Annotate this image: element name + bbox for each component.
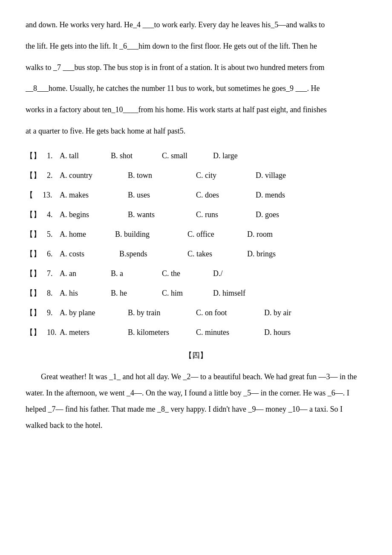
option-2b: B. town (128, 168, 196, 183)
options-5: A. home B. building C. office D. room (60, 227, 366, 242)
question-1: 【】 1. A. tall B. shot C. small D. large (26, 148, 366, 163)
option-1c: C. small (162, 148, 213, 163)
bracket-8: 【】 (26, 285, 47, 301)
number-1: 1. (47, 148, 60, 163)
option-2d: D. village (256, 168, 307, 183)
option-4a: A. begins (60, 207, 128, 222)
passage2-text: Great weather! It was _1_ and hot all da… (26, 369, 366, 433)
number-6: 6. (47, 246, 60, 262)
bracket-10: 【】 (26, 325, 47, 340)
option-7d: D./ (213, 266, 264, 281)
question-6: 【】 6. A. costs B.spends C. takes D. brin… (26, 246, 366, 262)
passage1-line3: walks to _7 ___bus stop. The bus stop is… (26, 60, 366, 76)
number-5: 5. (47, 227, 60, 242)
option-8a: A. his (60, 285, 111, 301)
section2-title: 【四】 (26, 349, 366, 362)
questions-section1: 【】 1. A. tall B. shot C. small D. large … (26, 148, 366, 340)
option-5a: A. home (60, 227, 115, 242)
option-7b: B. a (111, 266, 162, 281)
number-4: 4. (47, 207, 60, 222)
question-9: 【】 9. A. by plane B. by train C. on foot… (26, 305, 366, 320)
bracket-6: 【】 (26, 246, 47, 262)
bracket-1: 【】 (26, 148, 47, 163)
passage1-line2: the lift. He gets into the lift. It _6__… (26, 38, 366, 55)
option-7a: A. an (60, 266, 111, 281)
option-4c: C. runs (196, 207, 256, 222)
option-3d: D. mends (256, 187, 307, 203)
option-1d: D. large (213, 148, 264, 163)
options-10: A. meters B. kilometers C. minutes D. ho… (60, 325, 366, 340)
options-6: A. costs B.spends C. takes D. brings (60, 246, 366, 262)
option-10a: A. meters (60, 325, 128, 340)
question-7: 【】 7. A. an B. a C. the D./ (26, 266, 366, 281)
option-6a: A. costs (60, 246, 119, 262)
question-10: 【】 10. A. meters B. kilometers C. minute… (26, 325, 366, 340)
options-1: A. tall B. shot C. small D. large (60, 148, 366, 163)
question-8: 【】 8. A. his B. he C. him D. himself (26, 285, 366, 301)
option-10d: D. hours (264, 325, 315, 340)
option-9d: D. by air (264, 305, 315, 320)
question-5: 【】 5. A. home B. building C. office D. r… (26, 227, 366, 242)
passage1: and down. He works very hard. He_4 ___to… (26, 17, 366, 139)
option-9a: A. by plane (60, 305, 128, 320)
bracket-2: 【】 (26, 168, 47, 183)
option-8c: C. him (162, 285, 213, 301)
passage1-line4: __8___home. Usually, he catches the numb… (26, 81, 366, 97)
option-9b: B. by train (128, 305, 196, 320)
option-10b: B. kilometers (128, 325, 196, 340)
options-7: A. an B. a C. the D./ (60, 266, 366, 281)
options-8: A. his B. he C. him D. himself (60, 285, 366, 301)
option-3b: B. uses (128, 187, 196, 203)
question-3: 【 13. A. makes B. uses C. does D. mends (26, 187, 366, 203)
options-9: A. by plane B. by train C. on foot D. by… (60, 305, 366, 320)
option-3a: A. makes (60, 187, 128, 203)
question-4: 【】 4. A. begins B. wants C. runs D. goes (26, 207, 366, 222)
option-10c: C. minutes (196, 325, 264, 340)
option-4b: B. wants (128, 207, 196, 222)
options-3: A. makes B. uses C. does D. mends (60, 187, 366, 203)
number-7: 7. (47, 266, 60, 281)
bracket-3: 【 (26, 187, 43, 203)
option-5b: B. building (115, 227, 187, 242)
number-10: 10. (47, 325, 60, 340)
option-8b: B. he (111, 285, 162, 301)
passage2: Great weather! It was _1_ and hot all da… (26, 369, 366, 433)
option-2c: C. city (196, 168, 256, 183)
option-8d: D. himself (213, 285, 264, 301)
option-2a: A. country (60, 168, 128, 183)
number-2: 2. (47, 168, 60, 183)
number-9: 9. (47, 305, 60, 320)
bracket-9: 【】 (26, 305, 47, 320)
passage1-line1: and down. He works very hard. He_4 ___to… (26, 17, 366, 33)
option-6c: C. takes (187, 246, 247, 262)
option-6b: B.spends (119, 246, 187, 262)
question-2: 【】 2. A. country B. town C. city D. vill… (26, 168, 366, 183)
option-3c: C. does (196, 187, 256, 203)
option-4d: D. goes (256, 207, 307, 222)
passage1-line5: works in a factory about ten_10____from … (26, 102, 366, 118)
option-1a: A. tall (60, 148, 111, 163)
option-5c: C. office (187, 227, 247, 242)
bracket-5: 【】 (26, 227, 47, 242)
option-9c: C. on foot (196, 305, 264, 320)
bracket-4: 【】 (26, 207, 47, 222)
option-1b: B. shot (111, 148, 162, 163)
bracket-7: 【】 (26, 266, 47, 281)
option-5d: D. room (247, 227, 298, 242)
passage1-line6: at a quarter to five. He gets back home … (26, 123, 366, 139)
options-2: A. country B. town C. city D. village (60, 168, 366, 183)
number-8: 8. (47, 285, 60, 301)
number-3: 13. (43, 187, 60, 203)
options-4: A. begins B. wants C. runs D. goes (60, 207, 366, 222)
option-7c: C. the (162, 266, 213, 281)
option-6d: D. brings (247, 246, 298, 262)
